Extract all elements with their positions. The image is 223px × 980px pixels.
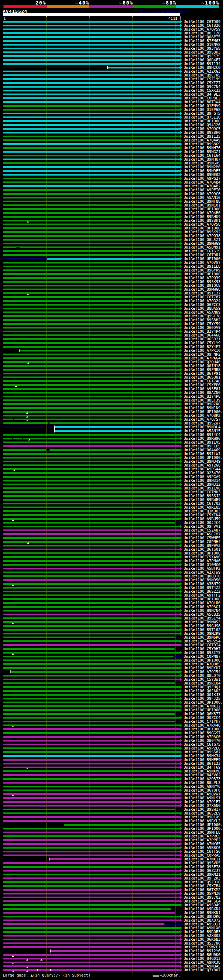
alignment-bar[interactable] (51, 950, 180, 952)
alignment-bar[interactable] (3, 342, 180, 344)
alignment-bar[interactable] (3, 334, 180, 336)
alignment-bar[interactable] (3, 353, 180, 355)
alignment-bar[interactable] (3, 285, 180, 286)
alignment-bar[interactable] (3, 178, 180, 180)
alignment-bar[interactable] (3, 717, 180, 719)
alignment-bar[interactable] (3, 109, 180, 111)
alignment-bar[interactable] (3, 797, 180, 799)
alignment-bar[interactable] (3, 151, 180, 153)
alignment-bar[interactable] (3, 78, 180, 80)
alignment-bar[interactable] (3, 801, 180, 803)
alignment-bar[interactable] (3, 598, 180, 600)
alignment-bar[interactable] (3, 327, 180, 329)
alignment-bar[interactable] (47, 438, 180, 439)
alignment-bar[interactable] (3, 411, 180, 413)
alignment-bar[interactable] (3, 82, 180, 84)
alignment-bar[interactable] (3, 793, 180, 795)
alignment-bar[interactable] (3, 407, 180, 409)
alignment-bar[interactable] (3, 312, 180, 313)
alignment-bar[interactable] (3, 369, 180, 371)
alignment-bar[interactable] (3, 962, 180, 963)
alignment-bar[interactable] (19, 350, 180, 352)
alignment-bar[interactable] (23, 438, 46, 439)
alignment-bar[interactable] (3, 159, 180, 160)
alignment-bar[interactable] (3, 900, 180, 902)
alignment-bar[interactable] (3, 392, 180, 393)
alignment-bar[interactable] (3, 931, 180, 933)
alignment-bar[interactable] (3, 346, 180, 348)
alignment-bar[interactable] (3, 254, 180, 256)
alignment-bar[interactable] (3, 740, 180, 741)
alignment-bar[interactable] (3, 744, 180, 745)
alignment-bar[interactable] (107, 67, 180, 68)
alignment-bar[interactable] (3, 377, 180, 378)
alignment-bar[interactable] (3, 373, 180, 374)
alignment-bar[interactable] (3, 789, 180, 791)
alignment-bar[interactable] (3, 365, 180, 367)
alignment-bar[interactable] (3, 32, 180, 34)
alignment-bar[interactable] (3, 560, 180, 562)
alignment-bar[interactable] (3, 155, 180, 156)
alignment-bar[interactable] (3, 927, 180, 929)
alignment-bar[interactable] (3, 702, 180, 703)
alignment-bar[interactable] (3, 908, 171, 910)
alignment-bar[interactable] (3, 63, 180, 65)
alignment-bar[interactable] (3, 759, 180, 760)
alignment-bar[interactable] (3, 755, 180, 757)
alignment-bar[interactable] (3, 304, 180, 305)
alignment-bar[interactable] (3, 147, 180, 149)
alignment-bar[interactable] (3, 269, 180, 271)
alignment-bar[interactable] (3, 357, 180, 359)
alignment-bar[interactable] (3, 575, 180, 577)
alignment-bar[interactable] (3, 25, 180, 26)
alignment-bar[interactable] (3, 621, 180, 623)
alignment-bar[interactable] (3, 262, 180, 264)
alignment-bar[interactable] (3, 636, 175, 638)
alignment-bar[interactable] (3, 625, 180, 627)
alignment-bar[interactable] (3, 877, 180, 879)
alignment-bar[interactable] (47, 258, 180, 260)
alignment-bar[interactable] (3, 682, 175, 684)
alignment-bar[interactable] (3, 767, 180, 768)
alignment-bar[interactable] (3, 197, 180, 199)
alignment-bar[interactable] (3, 969, 180, 971)
alignment-bar[interactable] (3, 216, 180, 218)
alignment-bar[interactable] (3, 571, 180, 573)
alignment-bar[interactable] (3, 644, 180, 646)
alignment-bar[interactable] (3, 912, 175, 913)
alignment-bar[interactable] (3, 655, 173, 657)
alignment-bar[interactable] (3, 449, 46, 451)
alignment-bar[interactable] (3, 442, 180, 443)
alignment-bar[interactable] (3, 813, 180, 814)
alignment-bar[interactable] (3, 484, 180, 485)
alignment-bar[interactable] (3, 243, 180, 244)
alignment-bar[interactable] (3, 21, 180, 22)
alignment-bar[interactable] (3, 679, 180, 680)
alignment-bar[interactable] (3, 495, 180, 497)
alignment-bar[interactable] (3, 893, 180, 894)
alignment-bar[interactable] (3, 399, 180, 401)
alignment-bar[interactable] (3, 132, 180, 134)
alignment-bar[interactable] (3, 250, 180, 252)
alignment-bar[interactable] (3, 659, 180, 661)
alignment-bar[interactable] (3, 904, 180, 906)
alignment-bar[interactable] (3, 415, 180, 417)
alignment-bar[interactable] (3, 166, 180, 168)
alignment-bar[interactable] (3, 323, 180, 325)
alignment-bar[interactable] (3, 90, 180, 91)
alignment-bar[interactable] (3, 786, 180, 788)
alignment-bar[interactable] (3, 97, 180, 99)
alignment-bar[interactable] (3, 55, 180, 57)
alignment-bar[interactable] (14, 418, 22, 420)
alignment-bar[interactable] (3, 116, 180, 118)
alignment-bar[interactable] (3, 923, 164, 925)
alignment-bar[interactable] (3, 128, 180, 130)
alignment-bar[interactable] (3, 866, 180, 868)
alignment-bar[interactable] (3, 881, 180, 883)
alignment-bar[interactable] (3, 338, 180, 340)
alignment-bar[interactable] (3, 602, 180, 604)
alignment-bar[interactable] (3, 518, 180, 520)
alignment-bar[interactable] (3, 438, 12, 439)
alignment-bar[interactable] (3, 135, 180, 137)
alignment-bar[interactable] (3, 273, 180, 275)
